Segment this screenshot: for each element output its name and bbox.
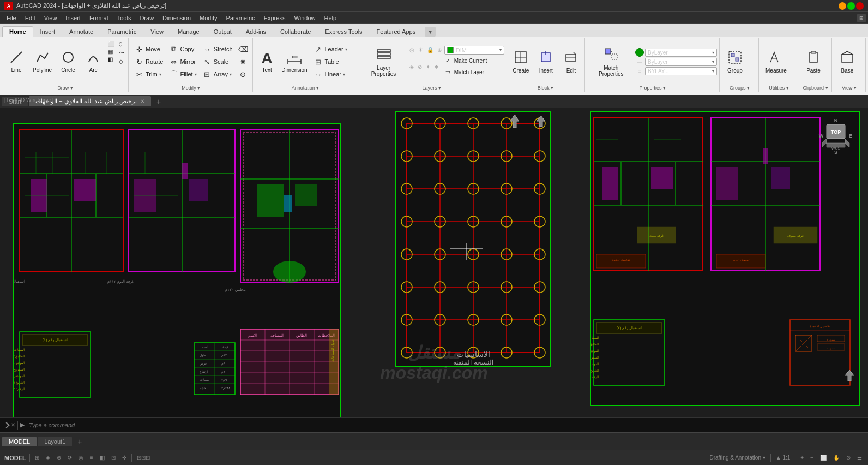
- menu-window[interactable]: Window: [290, 14, 320, 22]
- tab-output[interactable]: Output: [207, 26, 239, 37]
- tab-home[interactable]: Home: [2, 26, 33, 37]
- explode-button[interactable]: ✸: [236, 56, 250, 68]
- tab-featured[interactable]: Featured Apps: [370, 26, 423, 37]
- circle-button[interactable]: Circle: [56, 49, 80, 75]
- menu-modify[interactable]: Modify: [195, 14, 221, 22]
- tab-extra[interactable]: ▼: [425, 27, 436, 37]
- tab-express[interactable]: Express Tools: [318, 26, 369, 37]
- linear-dropdown[interactable]: ↔ Linear ▾: [311, 68, 354, 80]
- snap3d-toggle[interactable]: ◎: [77, 454, 85, 461]
- offset-button[interactable]: ⊙: [236, 68, 250, 80]
- tab-parametric[interactable]: Parametric: [100, 26, 143, 37]
- spline-button[interactable]: 〜: [117, 49, 126, 57]
- transparency-toggle[interactable]: ◧: [98, 454, 106, 461]
- menu-insert[interactable]: Insert: [61, 14, 85, 22]
- group-button[interactable]: Group: [723, 48, 747, 76]
- command-expand[interactable]: [3, 422, 9, 428]
- array-button[interactable]: ⊞Array ▾: [200, 68, 235, 80]
- copy-button[interactable]: ⧉Copy: [166, 43, 198, 55]
- viewport-scale[interactable]: +: [799, 454, 805, 461]
- polyline-button[interactable]: Polyline: [29, 49, 55, 75]
- gradient-button[interactable]: ◧: [106, 56, 116, 63]
- trim-button[interactable]: ✂Trim ▾: [132, 68, 165, 80]
- menu-dimension[interactable]: Dimension: [158, 14, 195, 22]
- text-button[interactable]: A Text: [256, 49, 278, 75]
- match-layer-button[interactable]: ⇒ Match Layer: [442, 67, 489, 78]
- insert-block-button[interactable]: Insert: [534, 48, 558, 76]
- selection-toggle[interactable]: ⊡: [110, 454, 117, 461]
- command-input[interactable]: [27, 421, 864, 430]
- grid-toggle[interactable]: ⊞: [33, 454, 41, 461]
- menu-view[interactable]: View: [40, 14, 62, 22]
- base-view-button[interactable]: Base: [835, 48, 859, 76]
- workspace-label[interactable]: Drafting & Annotation ▾: [708, 454, 767, 461]
- layer-icon-btn1[interactable]: ◎: [408, 46, 416, 53]
- line-button[interactable]: Line: [4, 49, 28, 75]
- erase-button[interactable]: ⌫: [236, 43, 250, 55]
- polar-toggle[interactable]: ⟳: [66, 454, 74, 461]
- layer-icon-btn8[interactable]: ❖: [432, 63, 441, 70]
- arc-button[interactable]: Arc: [81, 49, 105, 75]
- move-button[interactable]: ✛Move: [132, 43, 165, 55]
- pan-button[interactable]: ✋: [831, 454, 841, 461]
- navbar-button[interactable]: ☰: [855, 454, 864, 461]
- rectangle-button[interactable]: ⬜: [106, 40, 116, 47]
- add-layout-button[interactable]: +: [73, 436, 86, 448]
- ortho-toggle[interactable]: ⊕: [55, 454, 63, 461]
- workspace-switcher[interactable]: ⊞: [857, 14, 866, 22]
- stretch-button[interactable]: ↔Stretch: [200, 43, 235, 55]
- gizmo-toggle[interactable]: ✛: [120, 454, 128, 461]
- hatch-button[interactable]: ▦: [106, 48, 116, 55]
- snap-toggle[interactable]: ◈: [44, 454, 52, 461]
- color-dropdown[interactable]: ByLayer ▾: [645, 49, 717, 57]
- zoom-extent[interactable]: ⬜: [818, 454, 828, 461]
- viewcube[interactable]: N S W E TOP WCS: [817, 117, 855, 155]
- viewport-config[interactable]: ⊡⊡⊡: [135, 454, 152, 461]
- menu-file[interactable]: File: [2, 14, 21, 22]
- menu-parametric[interactable]: Parametric: [221, 14, 259, 22]
- measure-button[interactable]: Measure: [762, 48, 790, 76]
- tab-annotate[interactable]: Annotate: [62, 26, 100, 37]
- edit-block-button[interactable]: Edit: [559, 48, 583, 76]
- close-button[interactable]: [856, 2, 864, 10]
- layer-icon-btn4[interactable]: ⊕: [436, 46, 443, 53]
- region-button[interactable]: ◇: [117, 58, 126, 65]
- tab-insert[interactable]: Insert: [33, 26, 63, 37]
- menu-express[interactable]: Express: [260, 14, 290, 22]
- tab-view[interactable]: View: [143, 26, 171, 37]
- lineweight-toggle[interactable]: ≡: [88, 454, 95, 461]
- menu-edit[interactable]: Edit: [21, 14, 40, 22]
- menu-format[interactable]: Format: [85, 14, 113, 22]
- window-controls[interactable]: [839, 2, 864, 10]
- ellipse-button[interactable]: ⬯: [117, 40, 126, 48]
- lineweight-dropdown[interactable]: BYLAY... ▾: [645, 67, 717, 75]
- layer-icon-btn7[interactable]: ✦: [424, 63, 432, 70]
- layer-icon-btn3[interactable]: 🔒: [425, 46, 435, 53]
- minimize-button[interactable]: [839, 2, 846, 10]
- layer-properties-button[interactable]: Layer Properties: [360, 44, 406, 79]
- menu-tools[interactable]: Tools: [113, 14, 136, 22]
- dimension-button[interactable]: ⟺ Dimension: [279, 49, 310, 75]
- command-lock[interactable]: ✕: [11, 422, 15, 428]
- tab-manage[interactable]: Manage: [171, 26, 207, 37]
- paste-button[interactable]: Paste: [801, 48, 825, 76]
- create-block-button[interactable]: Create: [509, 48, 533, 76]
- menu-help[interactable]: Help: [320, 14, 341, 22]
- zoom-out[interactable]: −: [809, 454, 815, 461]
- maximize-button[interactable]: [847, 2, 855, 10]
- layer-icon-btn2[interactable]: ☀: [417, 46, 425, 53]
- table-button[interactable]: ⊞Table: [311, 56, 354, 68]
- make-current-button[interactable]: ✓ Make Current: [442, 56, 489, 67]
- steeringwheel[interactable]: ⊙: [845, 454, 852, 461]
- layer-icon-btn6[interactable]: ⊘: [416, 63, 424, 70]
- leader-button[interactable]: ↗Leader ▾: [311, 43, 354, 55]
- layer-icon-btn5[interactable]: ◈: [408, 63, 415, 70]
- match-properties-button[interactable]: Match Properties: [588, 44, 634, 79]
- scale-button[interactable]: ⤡Scale: [200, 56, 235, 68]
- tab-collaborate[interactable]: Collaborate: [273, 26, 318, 37]
- anno-scale[interactable]: ▲ 1:1: [774, 454, 792, 461]
- tab-model[interactable]: MODEL: [2, 437, 37, 446]
- rotate-button[interactable]: ↻Rotate: [132, 56, 165, 68]
- tab-addins[interactable]: Add-ins: [239, 26, 273, 37]
- tab-layout1[interactable]: Layout1: [38, 437, 72, 446]
